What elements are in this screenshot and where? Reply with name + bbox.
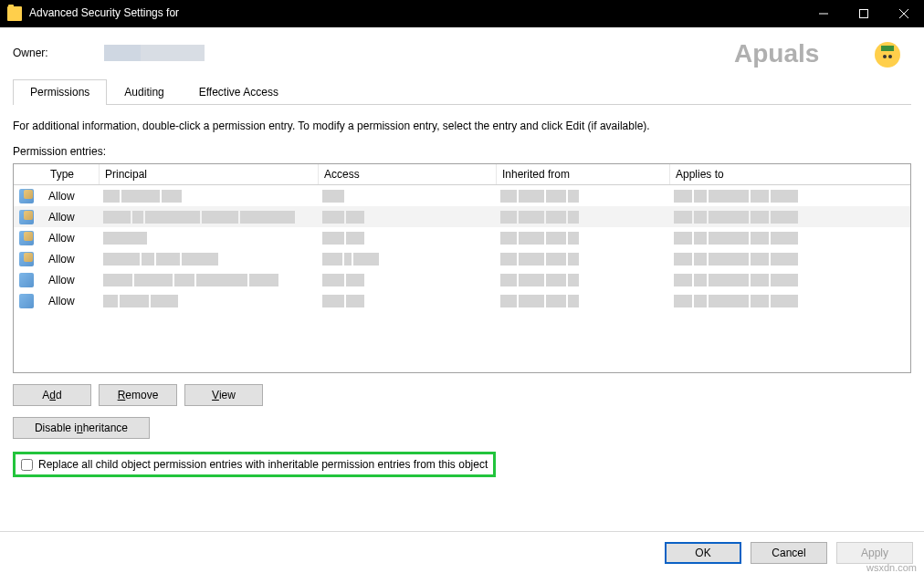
object-icon bbox=[19, 273, 34, 287]
row-type: Allow bbox=[45, 232, 100, 245]
group-icon bbox=[19, 210, 34, 224]
view-button[interactable]: View bbox=[184, 384, 263, 406]
group-icon bbox=[19, 231, 34, 245]
object-icon bbox=[19, 294, 34, 308]
svg-rect-6 bbox=[881, 46, 894, 51]
owner-label: Owner: bbox=[13, 47, 104, 59]
window-controls bbox=[803, 0, 924, 27]
row-type: Allow bbox=[45, 253, 100, 266]
redacted-name bbox=[183, 6, 215, 21]
cancel-button[interactable]: Cancel bbox=[751, 542, 827, 564]
add-button[interactable]: Add bbox=[13, 384, 91, 406]
svg-point-8 bbox=[888, 55, 892, 58]
maximize-button[interactable] bbox=[844, 0, 884, 27]
col-type[interactable]: Type bbox=[45, 164, 100, 184]
ok-button[interactable]: OK bbox=[665, 542, 741, 564]
col-principal[interactable]: Principal bbox=[100, 164, 319, 184]
row-type: Allow bbox=[45, 211, 100, 224]
watermark: wsxdn.com bbox=[866, 562, 917, 573]
apply-button: Apply bbox=[836, 542, 913, 564]
table-row[interactable]: Allow bbox=[14, 206, 910, 227]
tab-effective-access[interactable]: Effective Access bbox=[182, 78, 296, 104]
replace-child-highlight: Replace all child object permission entr… bbox=[13, 452, 496, 477]
owner-value-redacted bbox=[104, 45, 205, 61]
folder-icon bbox=[7, 6, 22, 21]
titlebar: Advanced Security Settings for bbox=[0, 0, 924, 27]
tab-bar: Permissions Auditing Effective Access bbox=[13, 78, 911, 105]
svg-rect-1 bbox=[860, 10, 868, 18]
row-type: Allow bbox=[45, 295, 100, 307]
svg-text:Apuals: Apuals bbox=[734, 39, 819, 68]
col-applies[interactable]: Applies to bbox=[670, 164, 910, 184]
replace-child-checkbox[interactable] bbox=[21, 459, 33, 471]
info-text: For additional information, double-click… bbox=[13, 120, 911, 132]
group-icon bbox=[19, 252, 34, 266]
row-type: Allow bbox=[45, 190, 100, 203]
remove-button[interactable]: Remove bbox=[99, 384, 177, 406]
minimize-button[interactable] bbox=[803, 0, 844, 27]
row-type: Allow bbox=[45, 274, 100, 286]
tab-auditing[interactable]: Auditing bbox=[107, 78, 181, 104]
window-title: Advanced Security Settings for bbox=[29, 6, 215, 21]
appuals-logo: Apuals bbox=[734, 35, 904, 78]
replace-child-label[interactable]: Replace all child object permission entr… bbox=[38, 458, 488, 471]
tab-permissions[interactable]: Permissions bbox=[13, 79, 107, 105]
table-row[interactable]: Allow bbox=[14, 248, 910, 269]
grid-body: Allow Allow Allow bbox=[14, 185, 910, 311]
disable-inheritance-button[interactable]: Disable inheritance bbox=[13, 417, 150, 439]
close-button[interactable] bbox=[884, 0, 924, 27]
table-row[interactable]: Allow bbox=[14, 269, 910, 290]
permission-entries-label: Permission entries: bbox=[13, 145, 911, 158]
col-access[interactable]: Access bbox=[319, 164, 497, 184]
table-row[interactable]: Allow bbox=[14, 185, 910, 206]
svg-point-7 bbox=[883, 55, 887, 58]
permissions-grid[interactable]: Type Principal Access Inherited from App… bbox=[13, 163, 911, 373]
group-icon bbox=[19, 189, 34, 203]
col-inherited[interactable]: Inherited from bbox=[497, 164, 670, 184]
table-row[interactable]: Allow bbox=[14, 227, 910, 248]
table-row[interactable]: Allow bbox=[14, 290, 910, 311]
dialog-footer: OK Cancel Apply bbox=[0, 531, 924, 573]
grid-header: Type Principal Access Inherited from App… bbox=[14, 164, 910, 185]
